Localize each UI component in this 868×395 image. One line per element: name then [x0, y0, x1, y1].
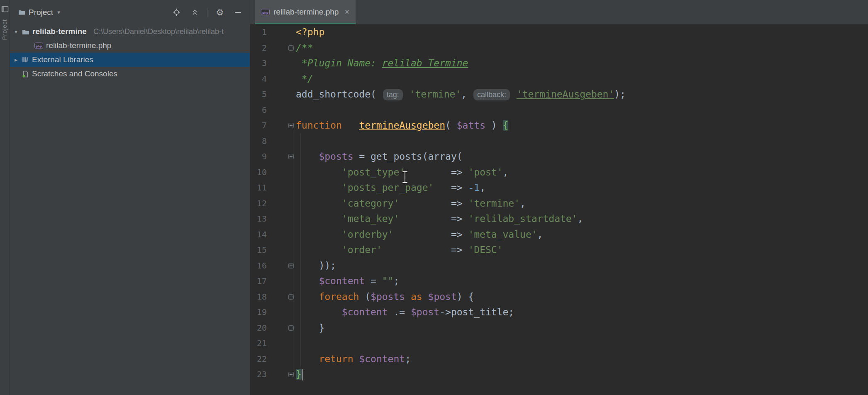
code-line[interactable]: 17 $content = ""; [250, 273, 868, 289]
line-number[interactable]: 7 [250, 118, 267, 134]
code-line[interactable]: 10 'post_type' => 'post', [250, 165, 868, 180]
code-token: = get_posts(array( [353, 151, 462, 162]
line-number[interactable]: 4 [250, 71, 267, 87]
tab-relilab-termine-php[interactable]: php relilab-termine.php ✕ [255, 0, 356, 24]
code-line[interactable]: 22 return $content; [250, 351, 868, 367]
line-number[interactable]: 12 [250, 196, 267, 212]
fold-marker-icon[interactable] [288, 263, 294, 268]
external-libraries-label: External Libraries [32, 55, 93, 64]
code-token [296, 307, 342, 317]
line-number[interactable]: 11 [250, 180, 267, 196]
code-line[interactable]: 16 )); [250, 258, 868, 274]
project-tree: ▾ relilab-termine C:\Users\Daniel\Deskto… [10, 24, 250, 81]
line-number[interactable]: 3 [250, 56, 267, 71]
project-panel-title[interactable]: Project [29, 8, 53, 17]
code-token [296, 151, 319, 162]
line-number[interactable]: 22 [250, 351, 267, 367]
line-number[interactable]: 6 [250, 102, 267, 118]
code-token [296, 167, 342, 178]
editor-tab-bar: php relilab-termine.php ✕ [250, 0, 868, 24]
code-line[interactable]: 21 [250, 336, 868, 351]
code-token [296, 213, 342, 224]
code-line[interactable]: 19 $content .= $post->post_title; [250, 305, 868, 320]
chevron-down-icon[interactable]: ▾ [13, 28, 19, 35]
code-line[interactable]: 6 [250, 102, 868, 118]
tool-window-glyph [1, 5, 9, 13]
tree-item-php-file[interactable]: php relilab-termine.php [10, 39, 250, 53]
folder-icon [22, 29, 29, 35]
settings-gear-icon[interactable]: ⚙ [216, 8, 224, 17]
line-number[interactable]: 5 [250, 87, 267, 102]
code-token: $post [411, 307, 439, 317]
line-number[interactable]: 1 [250, 24, 267, 40]
scratches-icon [22, 71, 29, 78]
code-line[interactable]: 14 'orderby' => 'meta_value', [250, 227, 868, 243]
code-line[interactable]: 20 } [250, 320, 868, 336]
code-line[interactable]: 18 foreach ($posts as $post) { [250, 289, 868, 305]
tool-window-bar-label: Project [1, 19, 8, 40]
code-token: 'post_type' [342, 167, 405, 178]
line-number[interactable]: 15 [250, 242, 267, 258]
code-token: return [319, 354, 353, 364]
tree-item-project-root[interactable]: ▾ relilab-termine C:\Users\Daniel\Deskto… [10, 24, 250, 39]
code-line[interactable]: 23} [250, 367, 868, 383]
line-number[interactable]: 23 [250, 367, 267, 383]
line-number[interactable]: 13 [250, 211, 267, 227]
fold-marker-icon[interactable] [288, 372, 294, 377]
line-number[interactable]: 9 [250, 149, 267, 165]
code-line[interactable]: 1<?php [250, 24, 868, 40]
line-number[interactable]: 20 [250, 320, 267, 336]
code-line[interactable]: 4 */ [250, 71, 868, 87]
code-token: foreach [319, 291, 359, 302]
tab-label: relilab-termine.php [273, 7, 339, 17]
code-line[interactable]: 2/** [250, 40, 868, 56]
code-token: } [296, 322, 324, 333]
chevron-right-icon[interactable]: ▸ [13, 56, 19, 63]
code-token: } [296, 369, 302, 380]
locate-file-icon[interactable] [172, 8, 180, 17]
line-number[interactable]: 16 [250, 258, 267, 274]
line-number[interactable]: 2 [250, 40, 267, 56]
fold-marker-icon[interactable] [288, 154, 294, 159]
fold-marker-icon[interactable] [288, 294, 294, 300]
line-number[interactable]: 19 [250, 305, 267, 320]
code-token: ( [445, 120, 457, 131]
tree-item-scratches[interactable]: Scratches and Consoles [10, 67, 250, 81]
line-number[interactable]: 14 [250, 227, 267, 243]
project-panel-header: Project ▾ ⚙ [10, 0, 250, 24]
collapse-all-icon[interactable] [190, 8, 199, 17]
code-token: => [399, 213, 468, 224]
chevron-down-icon[interactable]: ▾ [57, 9, 60, 15]
code-line[interactable]: 8 [250, 134, 868, 149]
code-token: 'DESC' [468, 244, 502, 255]
code-line[interactable]: 9 $posts = get_posts(array( [250, 149, 868, 165]
code-line[interactable]: 7function termineAusgeben( $atts ) { [250, 118, 868, 134]
fold-marker-icon[interactable] [288, 325, 294, 331]
library-icon [22, 56, 29, 63]
line-number[interactable]: 8 [250, 134, 267, 149]
fold-marker-icon[interactable] [288, 123, 294, 128]
code-line[interactable]: 5add_shortcode( tag: 'termine', callback… [250, 87, 868, 102]
code-token [296, 354, 319, 364]
code-token: ) [485, 120, 503, 131]
tree-item-external-libraries[interactable]: ▸ External Libraries [10, 53, 250, 67]
project-tool-window-icon[interactable] [1, 5, 9, 13]
line-number[interactable]: 17 [250, 273, 267, 289]
line-number[interactable]: 10 [250, 165, 267, 180]
php-file-name: relilab-termine.php [46, 41, 111, 50]
code-token [296, 198, 342, 209]
code-line[interactable]: 15 'order' => 'DESC' [250, 242, 868, 258]
hide-panel-icon[interactable] [234, 8, 242, 17]
code-line[interactable]: 3 *Plugin Name: relilab Termine [250, 56, 868, 71]
code-token: .= [388, 307, 411, 317]
scratches-label: Scratches and Consoles [32, 69, 117, 78]
fold-marker-icon[interactable] [288, 45, 294, 51]
code-editor[interactable]: 1<?php2/**3 *Plugin Name: relilab Termin… [250, 24, 868, 395]
close-icon[interactable]: ✕ [344, 8, 350, 16]
code-line[interactable]: 12 'category' => 'termine', [250, 196, 868, 212]
code-token: , [537, 229, 543, 240]
line-number[interactable]: 18 [250, 289, 267, 305]
code-line[interactable]: 11 'posts_per_page' => -1, [250, 180, 868, 196]
code-line[interactable]: 13 'meta_key' => 'relilab_startdate', [250, 211, 868, 227]
line-number[interactable]: 21 [250, 336, 267, 351]
